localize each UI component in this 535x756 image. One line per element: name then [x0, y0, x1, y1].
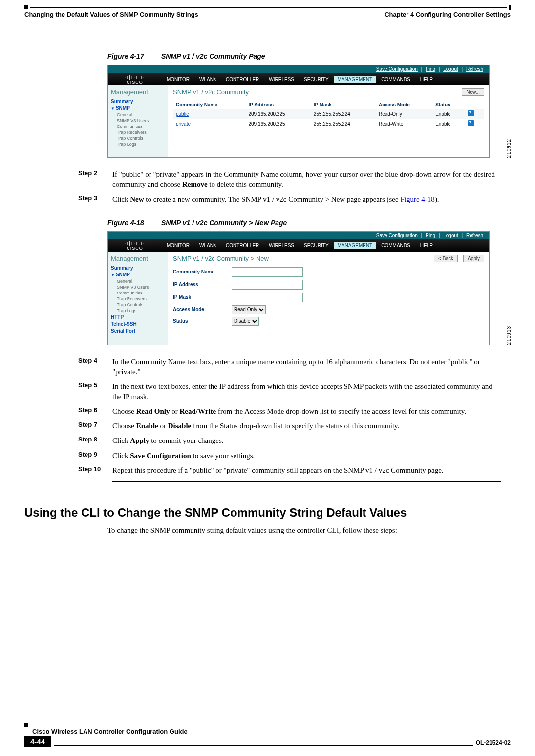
ping-link[interactable]: Ping — [426, 66, 435, 72]
menu-wireless[interactable]: WIRELESS — [264, 77, 299, 82]
save-config-link[interactable]: Save Configuration — [376, 66, 418, 72]
sidebar-trap-logs[interactable]: Trap Logs — [117, 142, 165, 147]
sidebar-trap-receivers[interactable]: Trap Receivers — [117, 296, 165, 301]
status-select[interactable]: Disable — [232, 317, 259, 326]
step-8-label: Step 8 — [78, 436, 112, 445]
section-end-rule — [112, 481, 501, 482]
cell-status: Enable — [432, 109, 465, 119]
menu-commands[interactable]: COMMANDS — [376, 77, 415, 82]
th-mode: Access Mode — [376, 101, 432, 109]
sidebar-serial[interactable]: Serial Port — [111, 328, 165, 334]
sidebar-trap-controls[interactable]: Trap Controls — [117, 136, 165, 141]
step-5-text: In the next two text boxes, enter the IP… — [112, 381, 501, 401]
menu-security[interactable]: SECURITY — [299, 77, 334, 82]
community-table: Community Name IP Address IP Mask Access… — [173, 101, 484, 128]
sidebar-general[interactable]: General — [117, 112, 165, 117]
menu-controller[interactable]: CONTROLLER — [221, 243, 264, 248]
cell-status: Enable — [432, 119, 465, 128]
table-row: private 209.165.200.225 255.255.255.224 … — [173, 119, 484, 128]
menu-wireless[interactable]: WIRELESS — [264, 243, 299, 248]
sidebar-summary[interactable]: Summary — [111, 99, 165, 104]
row-dropdown-icon[interactable] — [468, 110, 474, 116]
step-10-label: Step 10 — [78, 465, 112, 475]
access-mode-select[interactable]: Read Only — [232, 305, 266, 314]
sidebar-summary[interactable]: Summary — [111, 265, 165, 271]
cell-mode: Read-Only — [376, 109, 432, 119]
menu-management[interactable]: MANAGEMENT — [334, 76, 377, 83]
cell-mode: Read-Write — [376, 119, 432, 128]
sidebar-http[interactable]: HTTP — [111, 315, 165, 320]
footer-doc-title: Cisco Wireless LAN Controller Configurat… — [32, 728, 511, 735]
sidebar-snmpv3[interactable]: SNMP V3 Users — [117, 285, 165, 290]
sidebar-general[interactable]: General — [117, 279, 165, 284]
back-button[interactable]: < Back — [434, 255, 458, 262]
label-mask: IP Mask — [173, 294, 232, 300]
menu-commands[interactable]: COMMANDS — [376, 243, 415, 248]
step-3-text: Click New to create a new community. The… — [112, 194, 501, 204]
sidebar-trap-controls[interactable]: Trap Controls — [117, 302, 165, 307]
menu-security[interactable]: SECURITY — [299, 243, 334, 248]
label-ip: IP Address — [173, 282, 232, 287]
cell-ip: 209.165.200.225 — [245, 109, 310, 119]
sidebar-title: Management — [111, 255, 165, 262]
save-config-link[interactable]: Save Configuration — [376, 233, 418, 238]
sidebar-snmp[interactable]: ▼SNMP — [111, 272, 165, 277]
ip-address-input[interactable] — [232, 280, 303, 290]
refresh-link[interactable]: Refresh — [466, 66, 483, 72]
figure-4-17-screenshot: Save Configuration | Ping | Logout | Ref… — [107, 65, 490, 158]
sidebar-trap-logs[interactable]: Trap Logs — [117, 308, 165, 313]
community-name-input[interactable] — [232, 267, 303, 277]
community-private-link[interactable]: private — [176, 121, 191, 126]
sidebar: Management Summary ▼SNMP General SNMP V3… — [108, 85, 168, 157]
sidebar-snmpv3[interactable]: SNMP V3 Users — [117, 118, 165, 123]
menu-wlans[interactable]: WLANs — [194, 243, 221, 248]
logout-link[interactable]: Logout — [443, 233, 458, 238]
menu-controller[interactable]: CONTROLLER — [221, 77, 264, 82]
figure-4-18-xref[interactable]: Figure 4-18 — [400, 195, 434, 203]
menu-wlans[interactable]: WLANs — [194, 77, 221, 82]
sidebar-title: Management — [111, 88, 165, 96]
sidebar-telnet[interactable]: Telnet-SSH — [111, 321, 165, 327]
table-row: public 209.165.200.225 255.255.255.224 R… — [173, 109, 484, 119]
menu-monitor[interactable]: MONITOR — [162, 243, 194, 248]
sidebar-communities[interactable]: Communities — [117, 291, 165, 295]
label-access-mode: Access Mode — [173, 307, 232, 312]
step-2-text: If "public" or "private" appears in the … — [112, 169, 501, 189]
cell-mask: 255.255.255.224 — [311, 109, 376, 119]
figure-4-18-screenshot: Save Configuration | Ping | Logout | Ref… — [107, 231, 490, 345]
figure-id-2: 210913 — [506, 326, 512, 345]
menu-help[interactable]: HELP — [415, 243, 438, 248]
ip-mask-input[interactable] — [232, 293, 303, 302]
apply-button[interactable]: Apply — [463, 255, 484, 262]
header-section: Changing the Default Values of SNMP Comm… — [24, 11, 198, 18]
logout-link[interactable]: Logout — [443, 66, 458, 72]
sidebar-communities[interactable]: Communities — [117, 124, 165, 129]
figure-id: 210912 — [506, 139, 512, 158]
step-4-label: Step 4 — [78, 357, 112, 377]
page-title: SNMP v1 / v2c Community — [173, 88, 249, 96]
step-10-text: Repeat this procedure if a "public" or "… — [112, 465, 501, 475]
sidebar-2: Management Summary ▼SNMP General SNMP V3… — [108, 252, 168, 345]
header-chapter: Chapter 4 Configuring Controller Setting… — [385, 11, 511, 18]
step-6-label: Step 6 — [78, 406, 112, 416]
new-button[interactable]: New... — [462, 88, 484, 96]
community-public-link[interactable]: public — [176, 111, 189, 117]
sidebar-snmp[interactable]: ▼SNMP — [111, 105, 165, 111]
sidebar-trap-receivers[interactable]: Trap Receivers — [117, 130, 165, 135]
cisco-top-links-2: Save Configuration | Ping | Logout | Ref… — [108, 232, 489, 239]
step-8-text: Click Apply to commit your changes. — [112, 436, 501, 445]
menu-monitor[interactable]: MONITOR — [162, 77, 194, 82]
cell-mask: 255.255.255.224 — [311, 119, 376, 128]
row-dropdown-icon[interactable] — [468, 120, 474, 126]
step-7-label: Step 7 — [78, 421, 112, 431]
menu-management[interactable]: MANAGEMENT — [334, 242, 377, 249]
menu-help[interactable]: HELP — [415, 77, 438, 82]
th-community-name: Community Name — [173, 101, 245, 109]
doc-id: OL-21524-02 — [476, 739, 511, 747]
label-status: Status — [173, 318, 232, 324]
step-5-label: Step 5 — [78, 381, 112, 401]
refresh-link[interactable]: Refresh — [466, 233, 483, 238]
cisco-logo: ·ı|ı·ı|ı· CISCO — [108, 240, 162, 251]
step-4-text: In the Community Name text box, enter a … — [112, 357, 501, 377]
ping-link[interactable]: Ping — [426, 233, 435, 238]
